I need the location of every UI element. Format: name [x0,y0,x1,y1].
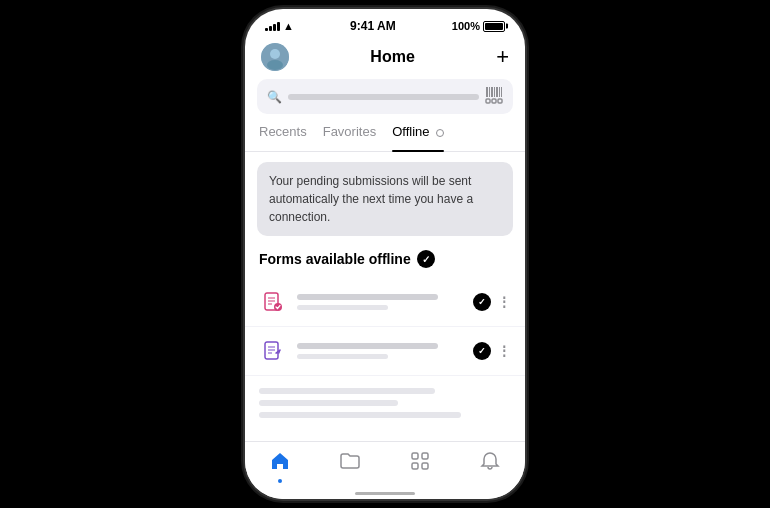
signal-bar-3 [273,24,276,31]
home-icon [269,450,291,477]
bell-icon [479,450,501,477]
svg-rect-23 [422,453,428,459]
header: Home + [245,37,525,79]
form-item-1[interactable]: ⋮ [245,278,525,327]
skel-2 [259,400,398,406]
svg-point-1 [270,49,280,59]
status-left: ▲ [265,20,294,32]
nav-folder[interactable] [315,450,385,483]
form-title-line-1 [297,294,438,300]
svg-rect-8 [499,87,500,97]
svg-rect-4 [489,87,490,97]
form-text-2 [297,343,463,359]
status-right: 100% [452,20,505,32]
tabs: Recents Favorites Offline [245,124,525,152]
form-check-2 [473,342,491,360]
form-more-1[interactable]: ⋮ [497,294,511,310]
svg-rect-22 [412,453,418,459]
signal-bars [265,22,280,31]
tab-offline[interactable]: Offline [392,124,444,143]
header-title: Home [370,48,414,66]
home-indicator [355,492,415,495]
phone-frame: ▲ 9:41 AM 100% Home + 🔍 [245,9,525,499]
svg-rect-11 [498,99,502,103]
form-sub-line-1 [297,305,388,310]
nav-notifications[interactable] [455,450,525,483]
skeleton-section [245,376,525,430]
wifi-icon: ▲ [283,20,294,32]
section-title: Forms available offline [259,251,411,267]
section-header: Forms available offline [245,250,525,268]
battery-icon [483,21,505,32]
nav-home[interactable] [245,450,315,483]
form-icon-2 [259,337,287,365]
svg-rect-12 [492,99,496,103]
nav-home-dot [278,479,282,483]
status-bar: ▲ 9:41 AM 100% [245,9,525,37]
svg-rect-5 [491,87,493,97]
form-actions-1: ⋮ [473,293,511,311]
skel-1 [259,388,435,394]
form-sub-line-2 [297,354,388,359]
form-actions-2: ⋮ [473,342,511,360]
svg-rect-7 [496,87,498,97]
svg-rect-6 [494,87,495,97]
barcode-icon[interactable] [485,86,503,107]
form-title-line-2 [297,343,438,349]
banner-text: Your pending submissions will be sent au… [269,174,473,224]
skel-3 [259,412,461,418]
apps-icon [409,450,431,477]
svg-rect-3 [486,87,488,97]
search-bar[interactable]: 🔍 [257,79,513,114]
add-button[interactable]: + [496,46,509,68]
svg-point-2 [267,60,283,70]
signal-bar-2 [269,26,272,31]
offline-banner: Your pending submissions will be sent au… [257,162,513,236]
svg-rect-24 [412,463,418,469]
folder-icon [339,450,361,477]
form-text-1 [297,294,463,310]
bottom-nav [245,441,525,499]
avatar[interactable] [261,43,289,71]
search-input[interactable] [288,94,479,100]
signal-bar-4 [277,22,280,31]
form-check-1 [473,293,491,311]
status-time: 9:41 AM [350,19,396,33]
nav-apps[interactable] [385,450,455,483]
form-item-2[interactable]: ⋮ [245,327,525,376]
battery-percent: 100% [452,20,480,32]
search-icon: 🔍 [267,90,282,104]
svg-rect-10 [486,99,490,103]
signal-bar-1 [265,28,268,31]
offline-indicator [436,129,444,137]
svg-rect-9 [501,87,502,97]
form-icon-1 [259,288,287,316]
tab-favorites[interactable]: Favorites [323,124,376,143]
tab-recents[interactable]: Recents [259,124,307,143]
battery-fill [485,23,503,30]
svg-rect-25 [422,463,428,469]
section-check-icon [417,250,435,268]
form-more-2[interactable]: ⋮ [497,343,511,359]
